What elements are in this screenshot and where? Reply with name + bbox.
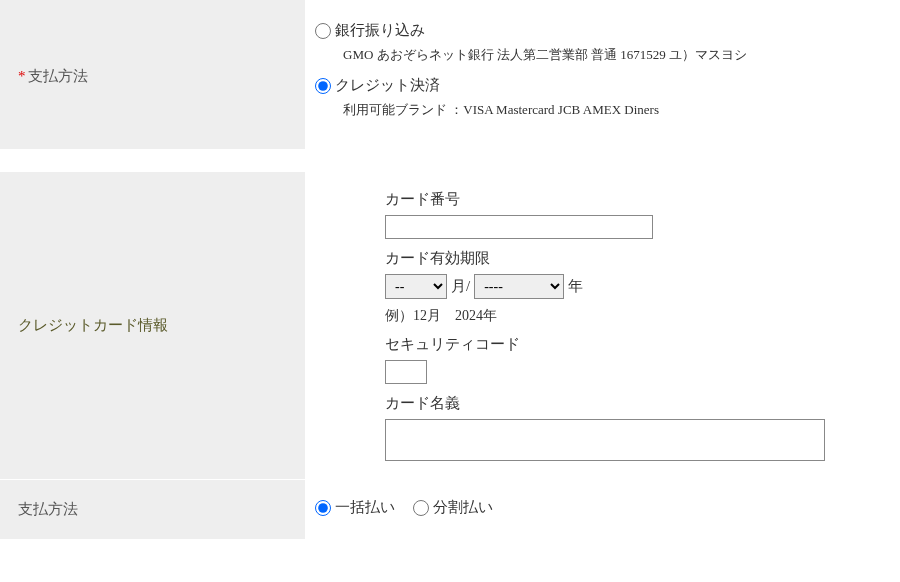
credit-card-fields: カード番号 カード有効期限 -- 月/ ---- 年 例）12月 2024年 セ… bbox=[305, 172, 900, 479]
cardholder-name-input[interactable] bbox=[385, 419, 825, 461]
payment-method-options: 銀行振り込み GMO あおぞらネット銀行 法人第二営業部 普通 1671529 … bbox=[305, 3, 900, 149]
payment-type-radio-group: 一括払い 分割払い bbox=[315, 498, 890, 517]
payment-type-label-cell: 支払方法 bbox=[0, 480, 305, 539]
checkout-form: * 支払方法 銀行振り込み GMO あおぞらネット銀行 法人第二営業部 普通 1… bbox=[0, 0, 900, 540]
required-mark: * bbox=[18, 68, 26, 85]
credit-payment-detail: 利用可能ブランド ：VISA Mastercard JCB AMEX Diner… bbox=[343, 101, 890, 119]
lump-sum-radio[interactable] bbox=[315, 500, 331, 516]
credit-payment-radio[interactable] bbox=[315, 78, 331, 94]
month-suffix: 月/ bbox=[451, 277, 470, 296]
bank-transfer-detail: GMO あおぞらネット銀行 法人第二営業部 普通 1671529 ユ）マスヨシ bbox=[343, 46, 890, 64]
credit-card-info-row: クレジットカード情報 カード番号 カード有効期限 -- 月/ ---- 年 例）… bbox=[0, 172, 900, 480]
card-number-input[interactable] bbox=[385, 215, 653, 239]
expiry-year-select[interactable]: ---- bbox=[474, 274, 564, 299]
expiry-label: カード有効期限 bbox=[385, 249, 890, 268]
expiry-row: -- 月/ ---- 年 bbox=[385, 274, 890, 299]
year-suffix: 年 bbox=[568, 277, 583, 296]
expiry-example: 例）12月 2024年 bbox=[385, 307, 890, 325]
credit-payment-label: クレジット決済 bbox=[335, 76, 440, 95]
installment-radio[interactable] bbox=[413, 500, 429, 516]
credit-card-field-group: カード番号 カード有効期限 -- 月/ ---- 年 例）12月 2024年 セ… bbox=[315, 190, 890, 461]
expiry-month-select[interactable]: -- bbox=[385, 274, 447, 299]
credit-card-section-label: クレジットカード情報 bbox=[18, 316, 168, 335]
installment-label: 分割払い bbox=[433, 498, 493, 517]
payment-method-label-cell: * 支払方法 bbox=[0, 3, 305, 149]
credit-card-label-cell: クレジットカード情報 bbox=[0, 172, 305, 479]
payment-type-label: 支払方法 bbox=[18, 500, 78, 519]
credit-payment-option[interactable]: クレジット決済 bbox=[315, 76, 890, 95]
security-code-label: セキュリティコード bbox=[385, 335, 890, 354]
bank-transfer-option[interactable]: 銀行振り込み bbox=[315, 21, 890, 40]
lump-sum-option[interactable]: 一括払い bbox=[315, 498, 395, 517]
spacer bbox=[0, 150, 900, 172]
payment-type-options: 一括払い 分割払い bbox=[305, 480, 900, 539]
bank-transfer-radio[interactable] bbox=[315, 23, 331, 39]
payment-method-label: 支払方法 bbox=[28, 67, 88, 86]
card-number-label: カード番号 bbox=[385, 190, 890, 209]
payment-method-row: * 支払方法 銀行振り込み GMO あおぞらネット銀行 法人第二営業部 普通 1… bbox=[0, 3, 900, 150]
installment-option[interactable]: 分割払い bbox=[413, 498, 493, 517]
security-code-input[interactable] bbox=[385, 360, 427, 384]
bank-transfer-label: 銀行振り込み bbox=[335, 21, 425, 40]
payment-type-row: 支払方法 一括払い 分割払い bbox=[0, 480, 900, 540]
cardholder-label: カード名義 bbox=[385, 394, 890, 413]
lump-sum-label: 一括払い bbox=[335, 498, 395, 517]
